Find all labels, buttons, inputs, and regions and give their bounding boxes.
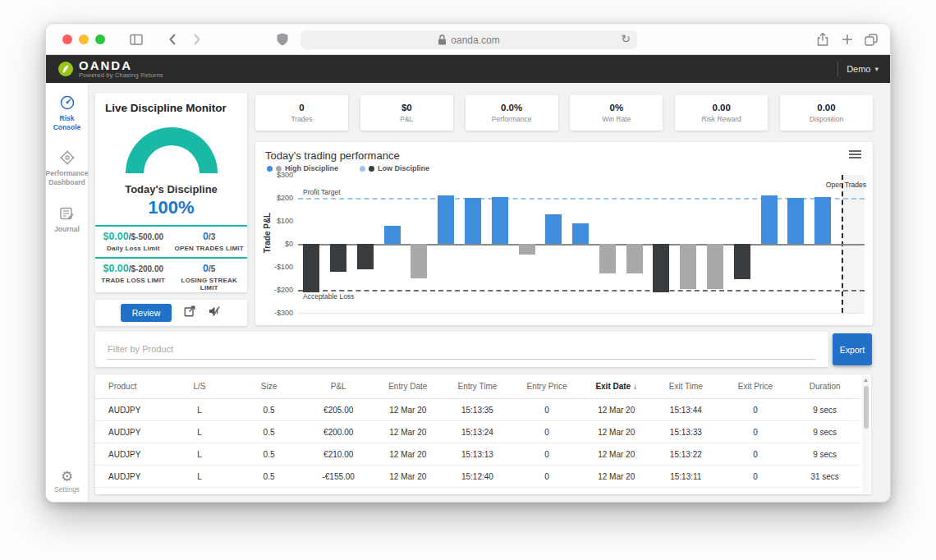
export-button[interactable]: Export [833, 333, 872, 365]
table-cell: 12 Mar 20 [374, 488, 443, 495]
scrollbar-thumb[interactable] [864, 386, 869, 429]
trade-bar[interactable] [680, 244, 696, 289]
oanda-logo-icon [57, 61, 74, 77]
table-cell: €210.00 [304, 443, 374, 466]
trade-bar[interactable] [330, 244, 346, 272]
live-discipline-monitor-card: Live Discipline Monitor Today's Discipli… [95, 93, 247, 292]
trade-bar[interactable] [761, 195, 778, 244]
stat-label: Risk Reward [702, 115, 741, 123]
open-external-icon[interactable] [183, 305, 196, 321]
close-window-button[interactable] [62, 34, 72, 44]
table-column-header[interactable]: Exit Time [651, 374, 721, 399]
trade-bar[interactable] [303, 244, 319, 292]
table-column-header[interactable]: P&L [304, 374, 374, 399]
table-column-header[interactable]: Entry Date [374, 374, 443, 399]
table-cell: L [165, 399, 235, 421]
reload-icon[interactable]: ↻ [621, 32, 631, 45]
legend-dot [360, 166, 365, 172]
limit-cell: $0.00/$-200.00 TRADE LOSS LIMIT [95, 259, 172, 295]
limit-current-value: 0 [203, 231, 209, 242]
trade-bar[interactable] [572, 223, 589, 244]
gauge-icon [59, 94, 76, 111]
table-cell: 27 secs [790, 488, 860, 495]
table-column-header[interactable]: Exit Date ↓ [581, 374, 651, 399]
table-scrollbar[interactable]: ▲ [862, 376, 869, 493]
discipline-gauge [126, 127, 218, 173]
table-column-header[interactable]: Product [95, 374, 165, 399]
review-button[interactable]: Review [121, 304, 172, 322]
limit-total-value: /5 [209, 264, 215, 273]
table-column-header[interactable]: Duration [790, 374, 860, 399]
sidebar-item-journal[interactable]: Journal [54, 205, 80, 234]
table-cell: 9 secs [790, 399, 860, 421]
table-cell: -€155.00 [304, 466, 374, 488]
trade-bar[interactable] [734, 244, 750, 279]
url-text: oanda.com [451, 34, 499, 46]
trade-bar[interactable] [438, 195, 454, 244]
zoom-window-button[interactable] [95, 34, 105, 44]
tab-overview-icon[interactable] [863, 31, 879, 48]
forward-icon[interactable] [188, 31, 204, 48]
sidebar-toggle-icon[interactable] [128, 31, 145, 48]
stat-card: 0.0% Performance [466, 95, 558, 131]
sidebar-item-performance-dashboard[interactable]: Performance Dashboard [46, 149, 89, 186]
table-row[interactable]: AUDJPYL0.5€205.0012 Mar 2015:13:35012 Ma… [95, 399, 860, 421]
table-cell: 0.5 [234, 421, 304, 443]
trade-bar[interactable] [492, 197, 508, 244]
limit-current-value: $0.00 [103, 231, 128, 242]
table-cell: 0.5 [234, 488, 304, 495]
trade-bar[interactable] [707, 244, 723, 289]
y-axis-tick: -$300 [274, 309, 293, 317]
table-cell: 15:13:44 [651, 399, 721, 421]
table-cell: 12 Mar 20 [374, 399, 443, 421]
account-menu[interactable]: Demo ▾ [847, 64, 879, 74]
limit-label: Daily Loss Limit [97, 245, 170, 252]
table-cell: L [165, 466, 235, 488]
sidebar-item-label: Journal [54, 225, 80, 234]
table-cell: 12 Mar 20 [374, 466, 443, 488]
app-header: OANDA Powered by Chasing Returns Demo ▾ [46, 55, 890, 83]
limit-current-value: 0 [203, 263, 209, 274]
share-icon[interactable] [814, 31, 831, 48]
trade-bar[interactable] [519, 244, 535, 255]
table-header-row: ProductL/SSizeP&LEntry DateEntry TimeEnt… [95, 374, 860, 399]
table-row[interactable]: AUDJPYL0.5-€195.0012 Mar 2015:12:08012 M… [95, 488, 860, 495]
chevron-down-icon: ▾ [874, 65, 879, 73]
browser-chrome: oanda.com ↻ [46, 24, 890, 55]
stat-value: 0% [610, 103, 624, 112]
trade-bar[interactable] [411, 244, 427, 278]
table-row[interactable]: AUDJPYL0.5-€155.0012 Mar 2015:12:40012 M… [95, 466, 860, 488]
table-row[interactable]: AUDJPYL0.5€210.0012 Mar 2015:13:13012 Ma… [95, 443, 860, 466]
trade-bar[interactable] [599, 244, 616, 273]
trade-bar[interactable] [545, 214, 562, 244]
limit-cell: 0/3 OPEN TRADES LIMIT [172, 227, 248, 255]
table-column-header[interactable]: L/S [165, 374, 235, 399]
table-column-header[interactable]: Entry Time [443, 374, 512, 399]
minimize-window-button[interactable] [79, 34, 89, 44]
table-column-header[interactable]: Exit Price [721, 374, 791, 399]
chart-menu-icon[interactable] [849, 150, 861, 160]
back-icon[interactable] [165, 31, 181, 48]
mute-icon[interactable] [208, 305, 222, 321]
trade-bar[interactable] [787, 198, 804, 244]
legend-dot [267, 166, 273, 172]
table-column-header[interactable]: Entry Price [512, 374, 582, 399]
legend-entry[interactable]: Low Discipline [360, 164, 429, 172]
url-bar[interactable]: oanda.com ↻ [301, 30, 637, 49]
stat-label: Win Rate [602, 115, 631, 123]
sidebar-item-risk-console[interactable]: Risk Console [46, 94, 88, 131]
scrollbar-up-arrow[interactable]: ▲ [863, 377, 869, 383]
trade-bar[interactable] [814, 197, 831, 244]
trade-bar[interactable] [465, 198, 481, 244]
sidebar-item-settings[interactable]: ⚙ Settings [54, 470, 80, 493]
table-row[interactable]: AUDJPYL0.5€200.0012 Mar 2015:13:24012 Ma… [95, 421, 860, 443]
trade-bar[interactable] [384, 226, 401, 244]
privacy-shield-icon[interactable] [274, 31, 291, 48]
table-column-header[interactable]: Size [234, 374, 304, 399]
trade-bar[interactable] [653, 244, 669, 292]
new-tab-icon[interactable] [839, 31, 856, 48]
table-cell: 0 [721, 399, 791, 421]
trade-bar[interactable] [626, 244, 643, 273]
filter-by-product-input[interactable] [108, 339, 816, 360]
trade-bar[interactable] [357, 244, 374, 269]
